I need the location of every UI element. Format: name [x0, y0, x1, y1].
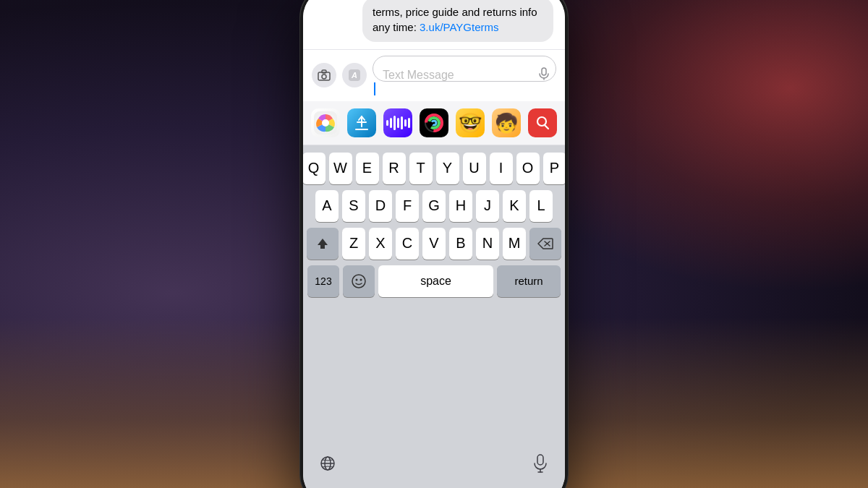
camera-icon — [318, 69, 331, 81]
key-t[interactable]: T — [409, 153, 433, 184]
svg-point-20 — [352, 275, 365, 288]
message-area: terms, price guide and returns info any … — [303, 0, 565, 49]
home-indicator-area — [303, 482, 565, 488]
mic-icon-input — [539, 67, 549, 83]
appstore-icon: A — [348, 69, 361, 82]
app-shortcuts-row: 🤓 🧒 — [303, 101, 565, 145]
phone-screen: terms, price guide and returns info any … — [303, 0, 565, 488]
key-h[interactable]: H — [449, 190, 472, 222]
keyboard-row-1: Q W E R T Y U I O P — [307, 153, 561, 184]
key-d[interactable]: D — [369, 190, 392, 222]
key-k[interactable]: K — [503, 190, 526, 222]
svg-text:A: A — [351, 71, 357, 80]
bottom-system-bar — [303, 448, 565, 482]
backspace-key[interactable] — [529, 228, 561, 260]
key-m[interactable]: M — [503, 228, 526, 260]
svg-point-22 — [360, 278, 362, 281]
soundwave-app-icon[interactable] — [383, 108, 412, 137]
key-i[interactable]: I — [490, 153, 513, 184]
svg-point-2 — [322, 74, 326, 79]
key-f[interactable]: F — [396, 190, 419, 222]
text-input-wrapper[interactable]: Text Message — [373, 56, 556, 95]
key-x[interactable]: X — [369, 228, 392, 260]
appstore-button[interactable]: A — [342, 63, 367, 87]
svg-rect-26 — [537, 455, 543, 465]
key-z[interactable]: Z — [342, 228, 365, 260]
message-bubble: terms, price guide and returns info any … — [362, 0, 553, 42]
numbers-key[interactable]: 123 — [307, 265, 339, 297]
keyboard-row-4: 123 space return — [307, 265, 561, 297]
key-p[interactable]: P — [543, 153, 566, 184]
key-y[interactable]: Y — [436, 153, 459, 184]
text-cursor — [374, 82, 375, 95]
key-a[interactable]: A — [315, 190, 339, 222]
key-b[interactable]: B — [449, 228, 472, 260]
shift-key[interactable] — [307, 228, 339, 260]
key-n[interactable]: N — [476, 228, 499, 260]
text-input[interactable] — [373, 56, 556, 82]
key-j[interactable]: J — [476, 190, 499, 222]
svg-point-14 — [429, 118, 439, 128]
svg-point-15 — [432, 121, 436, 125]
svg-line-17 — [545, 125, 549, 129]
key-v[interactable]: V — [422, 228, 446, 260]
return-key[interactable]: return — [497, 265, 561, 297]
keyboard-row-2: A S D F G H J K L — [307, 190, 561, 222]
svg-rect-5 — [542, 68, 546, 75]
message-link[interactable]: 3.uk/PAYGterms — [420, 21, 498, 33]
key-g[interactable]: G — [422, 190, 446, 222]
globe-icon-bottom[interactable] — [315, 450, 341, 476]
svg-point-8 — [322, 119, 329, 127]
svg-point-21 — [356, 278, 358, 281]
soundwave-bars — [386, 115, 410, 131]
memoji2-emoji: 🧒 — [495, 114, 518, 132]
search-icon — [534, 114, 551, 132]
memoji1-app-icon[interactable]: 🤓 — [456, 108, 485, 137]
search-app-icon[interactable] — [528, 108, 557, 137]
svg-rect-1 — [322, 70, 326, 73]
key-r[interactable]: R — [383, 153, 406, 184]
emoji-key[interactable] — [343, 265, 375, 297]
key-s[interactable]: S — [342, 190, 365, 222]
phone-device: terms, price guide and returns info any … — [300, 0, 568, 488]
keyboard-row-3: Z X C V B N M — [307, 228, 561, 260]
key-o[interactable]: O — [516, 153, 540, 184]
memoji2-app-icon[interactable]: 🧒 — [492, 108, 521, 137]
photos-app-icon[interactable] — [311, 108, 340, 137]
key-e[interactable]: E — [356, 153, 379, 184]
key-c[interactable]: C — [396, 228, 419, 260]
key-q[interactable]: Q — [303, 153, 326, 184]
key-l[interactable]: L — [529, 190, 553, 222]
keyboard: Q W E R T Y U I O P A S D F G H J K — [303, 145, 565, 448]
camera-button[interactable] — [312, 63, 336, 87]
svg-point-16 — [537, 117, 546, 126]
memoji1-emoji: 🤓 — [459, 114, 482, 132]
microphone-icon-bottom[interactable] — [527, 450, 553, 476]
activity-app-icon[interactable] — [420, 108, 448, 137]
key-w[interactable]: W — [329, 153, 352, 184]
space-key[interactable]: space — [378, 265, 493, 297]
input-bar: A Text Message — [303, 49, 565, 101]
appstore-app-icon[interactable] — [347, 108, 376, 137]
key-u[interactable]: U — [463, 153, 486, 184]
